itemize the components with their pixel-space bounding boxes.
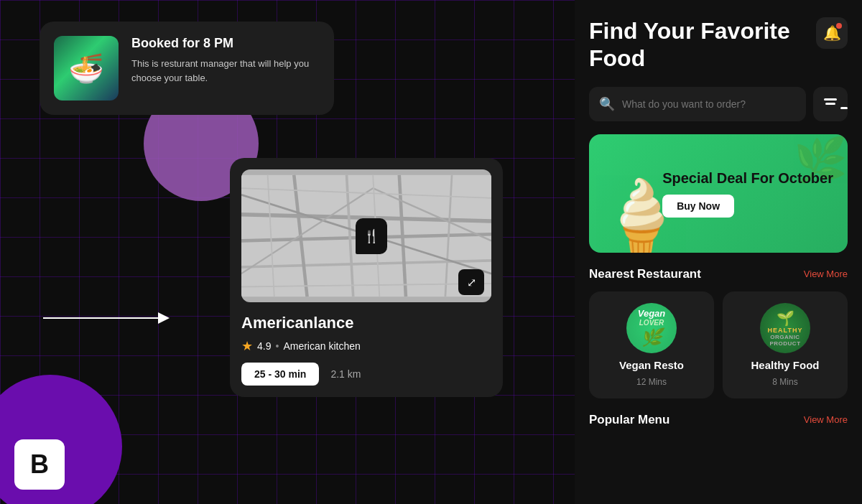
filter-line-2 [825, 103, 835, 105]
filter-line-3 [840, 107, 848, 109]
notification-dot [836, 23, 842, 29]
right-panel: Find Your Favorite Food 🔔 🔍 🍦 🌿 Special … [575, 0, 862, 504]
booking-title: Booked for 8 PM [131, 36, 320, 51]
arrow-head [158, 312, 170, 324]
cuisine-type: American kitchen [283, 340, 360, 352]
left-panel: 🍜 Booked for 8 PM This is resturant mana… [0, 0, 575, 504]
vegan-logo-text: Vegan LOVER 🌿 [638, 308, 666, 348]
vegan-resto-card[interactable]: Vegan LOVER 🌿 Vegan Resto 12 Mins [589, 291, 714, 398]
header-title: Find Your Favorite Food [589, 17, 790, 73]
map-pin-icon: 🍴 [363, 228, 379, 244]
expand-icon: ⤢ [467, 276, 476, 289]
restaurant-rating: ★ 4.9 • American kitchen [241, 338, 491, 354]
healthy-food-card[interactable]: 🌱 HEALTHY ORGANIC PRODUCT Healthy Food 8… [723, 291, 848, 398]
restaurant-name: Americanlance [241, 314, 491, 332]
arrow-line [43, 317, 158, 319]
rating-value: 4.9 [257, 340, 271, 352]
booking-card-text: Booked for 8 PM This is resturant manage… [131, 36, 320, 85]
healthy-logo: 🌱 HEALTHY ORGANIC PRODUCT [760, 303, 810, 353]
popular-section-title: Popular Menu [589, 413, 669, 427]
search-row: 🔍 [589, 87, 848, 121]
distance: 2.1 km [330, 368, 361, 380]
map-area: 🍴 ⤢ [241, 169, 491, 302]
search-icon: 🔍 [599, 96, 615, 112]
food-emoji: 🍜 [68, 52, 104, 85]
vegan-logo: Vegan LOVER 🌿 [626, 303, 677, 353]
banner-title: Special Deal For October [662, 169, 833, 187]
arrow [43, 312, 170, 324]
healthy-logo-content: 🌱 HEALTHY ORGANIC PRODUCT [760, 309, 810, 347]
vegan-resto-name: Vegan Resto [619, 359, 684, 371]
restaurant-cards: Vegan LOVER 🌿 Vegan Resto 12 Mins 🌱 HEAL… [589, 291, 848, 398]
time-badge: 25 - 30 min [241, 363, 319, 386]
promo-banner: 🍦 🌿 Special Deal For October Buy Now [589, 134, 848, 253]
banner-text: Special Deal For October Buy Now [662, 169, 833, 218]
b-logo: B [14, 439, 65, 490]
filter-line-1 [824, 98, 837, 101]
header-row: Find Your Favorite Food 🔔 [589, 17, 848, 73]
nearest-section-header: Nearest Restaurant View More [589, 267, 848, 281]
star-icon: ★ [241, 338, 253, 354]
map-pin: 🍴 [356, 218, 387, 254]
booking-description: This is resturant manager that will help… [131, 57, 320, 85]
booking-card-image: 🍜 [54, 36, 119, 101]
filter-button[interactable] [813, 87, 848, 121]
search-box: 🔍 [589, 87, 806, 121]
map-card: 🍴 ⤢ Americanlance ★ 4.9 • American kitch… [230, 158, 503, 397]
booking-card: 🍜 Booked for 8 PM This is resturant mana… [40, 22, 334, 115]
buy-now-button[interactable]: Buy Now [662, 195, 734, 218]
popular-section-header: Popular Menu View More [589, 413, 848, 427]
search-input[interactable] [622, 98, 796, 110]
healthy-food-name: Healthy Food [751, 359, 819, 371]
popular-view-more[interactable]: View More [804, 414, 848, 425]
dot-separator: • [275, 340, 279, 352]
notification-button[interactable]: 🔔 [816, 17, 848, 49]
restaurant-info: 25 - 30 min 2.1 km [241, 363, 491, 386]
map-expand-button[interactable]: ⤢ [458, 269, 484, 295]
nearest-section-title: Nearest Restaurant [589, 267, 701, 281]
healthy-food-mins: 8 Mins [772, 377, 797, 387]
nearest-view-more[interactable]: View More [804, 269, 848, 279]
vegan-resto-mins: 12 Mins [636, 377, 667, 387]
